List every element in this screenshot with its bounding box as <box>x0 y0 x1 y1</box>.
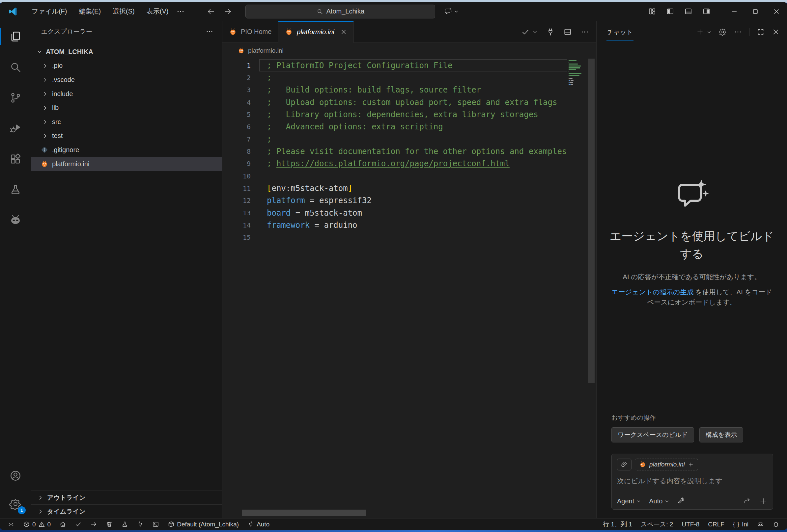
timeline-section[interactable]: タイムライン <box>31 504 222 518</box>
send-icon[interactable] <box>743 497 751 505</box>
show-config-button[interactable]: 構成を表示 <box>699 427 743 442</box>
split-editor-icon[interactable] <box>563 28 572 36</box>
menu-item-0[interactable]: ファイル(F) <box>27 5 71 18</box>
pio-port-selector[interactable]: Auto <box>244 518 272 530</box>
menu-item-3[interactable]: 表示(V) <box>142 5 173 18</box>
indentation[interactable]: スペース: 2 <box>638 518 676 530</box>
activity-bar-settings[interactable]: 1 <box>0 490 31 518</box>
code-line-5[interactable]: 5; Library options: dependencies, extra … <box>222 108 567 120</box>
tree-file--gitignore[interactable]: .gitignore <box>31 143 222 157</box>
minimap[interactable] <box>567 59 587 518</box>
minimize-button[interactable] <box>724 2 745 21</box>
code-line-11[interactable]: 11[env:m5stack-atom] <box>222 182 567 194</box>
remote-indicator[interactable] <box>5 518 18 530</box>
pio-build-button[interactable] <box>72 518 85 530</box>
code-line-6[interactable]: 6; Advanced options: extra scripting <box>222 121 567 133</box>
pio-home-button[interactable] <box>56 518 69 530</box>
more-menus-icon[interactable] <box>176 7 185 16</box>
close-button[interactable] <box>766 2 787 21</box>
chat-tab[interactable]: チャット <box>607 23 634 41</box>
pio-upload-button[interactable] <box>87 518 100 530</box>
pio-test-button[interactable] <box>118 518 131 530</box>
pio-build-task-icon[interactable] <box>521 28 530 36</box>
toggle-secondary-sidebar-icon[interactable] <box>702 7 710 16</box>
outline-section[interactable]: アウトライン <box>31 490 222 504</box>
toggle-panel-icon[interactable] <box>684 7 693 16</box>
attach-context-button[interactable] <box>617 459 632 470</box>
tree-folder-pio[interactable]: .pio <box>31 59 222 73</box>
code-line-12[interactable]: 12platform = espressif32 <box>222 195 567 207</box>
forward-arrow-icon[interactable] <box>224 7 232 16</box>
menu-item-2[interactable]: 選択(S) <box>108 5 139 18</box>
tree-folder-lib[interactable]: lib <box>31 101 222 115</box>
current-file-chip[interactable]: platformio.ini <box>635 459 698 470</box>
more-actions-icon[interactable] <box>580 28 589 36</box>
code-line-8[interactable]: 8; Please visit documentation for the ot… <box>222 145 567 157</box>
encoding[interactable]: UTF-8 <box>679 518 702 530</box>
code-line-10[interactable]: 10 <box>222 170 567 182</box>
eol[interactable]: CRLF <box>705 518 727 530</box>
pio-clean-button[interactable] <box>103 518 115 530</box>
code-line-14[interactable]: 14framework = arduino <box>222 219 567 231</box>
tree-folder-vscode[interactable]: .vscode <box>31 73 222 87</box>
tree-folder-include[interactable]: include <box>31 87 222 101</box>
pio-env-selector[interactable]: Default (Atom_Lchika) <box>165 518 242 530</box>
activity-bar-extensions[interactable] <box>0 143 31 174</box>
code-line-13[interactable]: 13board = m5stack-atom <box>222 207 567 219</box>
pio-terminal-button[interactable] <box>149 518 162 530</box>
code-line-1[interactable]: 1; PlatformIO Project Configuration File <box>222 59 567 71</box>
problems[interactable]: 00 <box>20 518 54 530</box>
tree-file-platformio-ini[interactable]: platformio.ini <box>31 157 222 171</box>
activity-bar-accounts[interactable] <box>0 462 31 490</box>
activity-bar-source-control[interactable] <box>0 82 31 113</box>
vertical-scrollbar[interactable] <box>587 59 596 518</box>
activity-bar-search[interactable] <box>0 52 31 82</box>
code-line-4[interactable]: 4; Upload options: custom upload port, s… <box>222 96 567 108</box>
code-line-15[interactable]: 15 <box>222 231 567 244</box>
toggle-primary-sidebar-icon[interactable] <box>666 7 674 16</box>
code-line-7[interactable]: 7; <box>222 133 567 145</box>
copilot-menu-button[interactable] <box>444 7 459 16</box>
build-workspace-button[interactable]: ワークスペースのビルド <box>612 427 694 442</box>
close-tab-icon[interactable] <box>340 29 347 35</box>
code-editor[interactable]: 1; PlatformIO Project Configuration File… <box>222 59 596 518</box>
notifications[interactable] <box>769 518 782 530</box>
menu-item-1[interactable]: 編集(E) <box>74 5 105 18</box>
copilot-status[interactable] <box>754 518 767 530</box>
tab-pio-home[interactable]: PIO Home <box>222 21 278 42</box>
tree-folder-src[interactable]: src <box>31 115 222 129</box>
cursor-position[interactable]: 行 1、列 1 <box>600 518 635 530</box>
generate-instructions-link[interactable]: エージェントの指示の生成 <box>612 288 694 296</box>
activity-bar-run-debug[interactable] <box>0 113 31 143</box>
close-chat-icon[interactable] <box>772 28 780 36</box>
command-center-search[interactable]: Atom_Lchika <box>246 5 435 18</box>
tree-root-folder[interactable]: ATOM_LCHIKA <box>31 45 222 59</box>
horizontal-scrollbar[interactable] <box>242 510 366 516</box>
tree-folder-test[interactable]: test <box>31 129 222 143</box>
chat-settings-icon[interactable] <box>719 28 727 36</box>
customize-layout-icon[interactable] <box>648 7 656 16</box>
expand-chat-icon[interactable] <box>757 28 765 36</box>
activity-bar-platformio[interactable] <box>0 205 31 236</box>
add-icon[interactable] <box>759 497 768 505</box>
chat-more-icon[interactable] <box>734 28 742 36</box>
new-chat-icon[interactable] <box>696 28 704 36</box>
model-dropdown[interactable]: Auto <box>649 497 669 505</box>
activity-bar-testing[interactable] <box>0 174 31 205</box>
activity-bar-explorer[interactable] <box>0 21 31 52</box>
tools-icon[interactable] <box>677 497 685 505</box>
tab-platformio-ini[interactable]: platformio.ini <box>278 21 354 43</box>
back-arrow-icon[interactable] <box>207 7 215 16</box>
breadcrumb[interactable]: platformio.ini <box>222 43 596 59</box>
pio-serial-monitor-button[interactable] <box>134 518 147 530</box>
agent-mode-dropdown[interactable]: Agent <box>617 497 641 505</box>
chat-input-box[interactable]: platformio.ini 次にビルドする内容を説明します Agent Aut… <box>612 453 773 510</box>
serial-monitor-icon[interactable] <box>546 28 555 36</box>
language-mode[interactable]: { }Ini <box>730 518 751 530</box>
maximize-button[interactable] <box>745 2 766 21</box>
code-line-2[interactable]: 2; <box>222 71 567 84</box>
code-line-3[interactable]: 3; Build options: build flags, source fi… <box>222 84 567 96</box>
code-line-9[interactable]: 9; https://docs.platformio.org/page/proj… <box>222 158 567 170</box>
config-doc-link[interactable]: https://docs.platformio.org/page/project… <box>276 159 510 168</box>
explorer-more-actions-icon[interactable] <box>206 28 213 36</box>
